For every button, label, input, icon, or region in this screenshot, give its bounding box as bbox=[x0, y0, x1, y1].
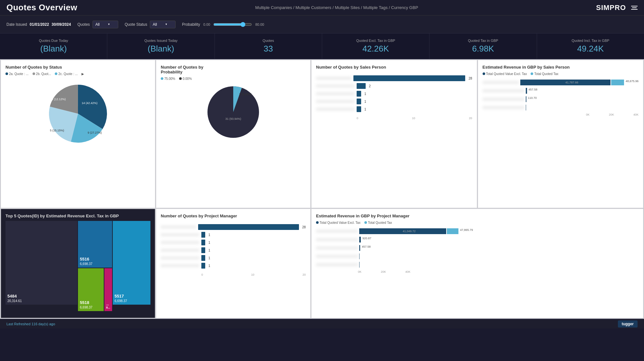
legend-quotes-status: 2a. Quote : ... 2b. Quot... 2c. Quote : … bbox=[5, 72, 150, 76]
rev-bar-row bbox=[483, 105, 639, 110]
header: Quotes Overview Multiple Companies / Mul… bbox=[0, 0, 644, 15]
quote-status-group: Quote Status All bbox=[125, 21, 176, 28]
bar-value: 1 bbox=[364, 100, 366, 103]
svg-text:31 (93.94%): 31 (93.94%) bbox=[225, 117, 241, 120]
bar-fill bbox=[201, 232, 205, 238]
svg-text:14 (42.42%): 14 (42.42%) bbox=[82, 101, 97, 105]
quote-status-value: All bbox=[153, 22, 157, 27]
quotes-dropdown[interactable]: All bbox=[92, 21, 118, 28]
svg-text:9 (27.27%): 9 (27.27%) bbox=[88, 131, 102, 134]
legend-rev-pm: Total Quoted Value Excl. Tax Total Quote… bbox=[316, 221, 639, 224]
kpi-tax-value: 6.98K bbox=[472, 44, 494, 54]
rev-bar-dark bbox=[526, 88, 527, 94]
rev-bars: 457.58 bbox=[526, 88, 538, 94]
bar-chart-pm: 28 1 1 1 1 bbox=[161, 221, 306, 272]
treemap-id: 5516 bbox=[80, 257, 110, 261]
rev-bar-dark: 41,787.66 bbox=[520, 80, 610, 85]
bar-label bbox=[161, 256, 199, 260]
rev-bar-val: 457.58 bbox=[362, 245, 371, 251]
kpi-quotes-due-label: Quotes Due Today bbox=[39, 39, 68, 43]
bar-value: 1 bbox=[364, 92, 366, 96]
prob-pie-svg: 2 (6.06%) 31 (93.94%) bbox=[201, 80, 265, 144]
bar-label bbox=[316, 100, 355, 103]
treemap-col: 5516 6,698.37 5518 6,698.37 ... 8... bbox=[78, 221, 112, 311]
date-to: 30/09/2024 bbox=[52, 22, 71, 27]
rev-bars bbox=[359, 262, 360, 268]
bar-fill bbox=[201, 240, 205, 245]
bar-value: 1 bbox=[208, 264, 210, 268]
pie-chart-probability: 2 (6.06%) 31 (93.94%) bbox=[161, 83, 306, 141]
kpi-quotes-label: Quotes bbox=[263, 39, 274, 43]
rev-bar-row: 41,049.72 47,865.79 bbox=[316, 228, 639, 234]
bar-label bbox=[316, 92, 355, 95]
rev-bar-dark bbox=[359, 253, 360, 259]
chart-title-rev-pm: Estimated Revenue in GBP by Project Mana… bbox=[316, 214, 639, 218]
rev-bar-row: 457.58 bbox=[483, 88, 639, 94]
page-title: Quotes Overview bbox=[6, 3, 77, 13]
bar-row: 1 bbox=[161, 240, 306, 245]
bar-row: 2 bbox=[316, 83, 472, 89]
rev-axis-salesperson: 0K20K40K bbox=[483, 113, 639, 116]
panel-rev-pm: Estimated Revenue in GBP by Project Mana… bbox=[311, 209, 643, 318]
bar-label bbox=[161, 241, 199, 244]
treemap-block-more[interactable]: ... 8... bbox=[104, 268, 112, 311]
bar-label bbox=[161, 249, 199, 252]
panel-quotes-by-probability: Number of Quotes byProbability 75.00% 0.… bbox=[156, 60, 311, 208]
rev-bar-row: 41,787.66 48,675.96 bbox=[483, 80, 639, 85]
quotes-group: Quotes All bbox=[77, 21, 118, 28]
pie-svg: 14 (42.42%) 9 (27.27%) 5 (15.15%) 4 (12.… bbox=[43, 78, 113, 149]
treemap-block-5518[interactable]: 5518 6,698.37 bbox=[78, 268, 104, 311]
rev-bar-label bbox=[483, 106, 524, 109]
rev-bar-row bbox=[316, 262, 639, 268]
bar-value: 1 bbox=[208, 233, 210, 237]
rev-bar-val: 920.87 bbox=[362, 237, 371, 242]
rev-bar-row: 457.58 bbox=[316, 245, 639, 251]
legend-item-1: 2a. Quote : ... bbox=[5, 72, 29, 76]
kpi-excl-tax-label: Quoted Excl. Tax in GBP bbox=[356, 39, 395, 43]
kpi-quotes: Quotes 33 bbox=[215, 33, 322, 59]
quotes-dropdown-value: All bbox=[95, 22, 100, 27]
treemap-block-5484[interactable]: 5484 20,314.61 bbox=[5, 221, 77, 305]
bar-fill bbox=[201, 255, 205, 261]
chart-title-rev-salesperson: Estimated Revenue in GBP by Sales Person bbox=[483, 65, 639, 70]
kpi-incl-tax-label: Quoted Incl. Tax in GBP bbox=[572, 39, 609, 43]
panel-top5-quotes: Top 5 Quotes(ID) by Estimated Revenue Ex… bbox=[1, 209, 155, 318]
treemap-block-5517[interactable]: 5517 6,698.37 bbox=[113, 221, 151, 305]
quote-status-dropdown[interactable]: All bbox=[150, 21, 176, 28]
bar-value: 1 bbox=[208, 249, 210, 252]
legend-rev-1: Total Quoted Value Excl. Tax bbox=[483, 72, 527, 76]
panel-quotes-by-pm: Number of Quotes by Project Manager 28 1… bbox=[156, 209, 311, 318]
status-bar: Last Refreshed 116 day(s) ago tugger bbox=[0, 319, 644, 328]
rev-bars bbox=[526, 105, 526, 110]
bar-chart-salesperson: 28 2 1 1 1 bbox=[316, 72, 472, 115]
header-subtitle: Multiple Companies / Multiple Customers … bbox=[87, 5, 586, 10]
bar-row: 1 bbox=[161, 263, 306, 269]
date-issued-group: Date Issued 01/01/2022 30/09/2024 bbox=[6, 22, 71, 27]
rev-bar-label bbox=[483, 89, 524, 92]
rev-bar-label bbox=[316, 255, 358, 258]
kpi-tax-label: Quoted Tax in GBP bbox=[468, 39, 498, 43]
bar-row: 28 bbox=[316, 75, 472, 81]
bar-label bbox=[316, 84, 355, 88]
bar-label bbox=[161, 233, 199, 236]
legend-arrow[interactable]: ▶ bbox=[82, 72, 84, 76]
bar-fill bbox=[357, 106, 361, 112]
kpi-incl-tax-value: 49.24K bbox=[577, 44, 604, 54]
rev-bar-label bbox=[483, 98, 524, 101]
rev-bar-light bbox=[447, 228, 458, 234]
rev-bars: 110.70 bbox=[526, 96, 537, 102]
quotes-label: Quotes bbox=[77, 22, 90, 27]
bar-row: 1 bbox=[316, 99, 472, 104]
kpi-quotes-issued: Quotes Issued Today (Blank) bbox=[107, 33, 215, 59]
filter-icon[interactable] bbox=[631, 6, 638, 10]
chart-title-quotes-status: Number of Quotes by Status bbox=[5, 65, 150, 70]
last-refreshed: Last Refreshed 116 day(s) ago bbox=[6, 322, 55, 326]
bar-fill bbox=[357, 91, 361, 97]
treemap-id: 5517 bbox=[115, 294, 149, 299]
rev-bar-dark bbox=[526, 96, 526, 102]
treemap-block-5516[interactable]: 5516 6,698.37 bbox=[78, 221, 112, 268]
probability-slider[interactable] bbox=[213, 22, 252, 27]
controls-bar: Date Issued 01/01/2022 30/09/2024 Quotes… bbox=[0, 15, 644, 33]
bar-value: 28 bbox=[468, 77, 472, 80]
bar-row: 28 bbox=[161, 224, 306, 230]
